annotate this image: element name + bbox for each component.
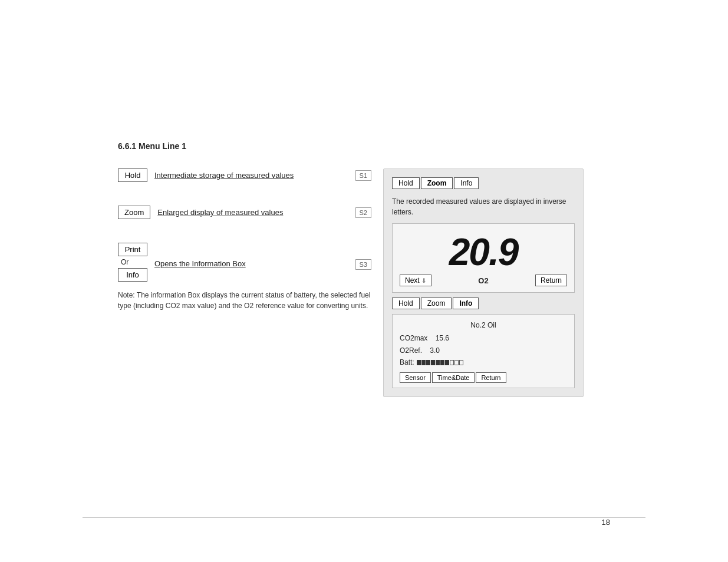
panel-description: The recorded measured values are display… <box>392 196 575 217</box>
info-line1: No.2 Oil <box>400 319 567 331</box>
bat-5 <box>436 360 440 365</box>
display-box: 20.9 Next ⇩ O2 Return <box>392 223 575 293</box>
return-btn-2[interactable]: Return <box>476 372 506 383</box>
batt-key: Batt: <box>400 356 414 368</box>
note-text: Note: The information Box displays the c… <box>118 290 371 311</box>
panel-info-btn-2[interactable]: Info <box>453 297 479 309</box>
bat-3 <box>426 360 430 365</box>
zoom-button-1[interactable]: Zoom <box>118 206 150 219</box>
nav-center-label: O2 <box>478 276 488 285</box>
timedate-btn[interactable]: Time&Date <box>432 372 475 383</box>
info-line-o2ref: O2Ref. 3.0 <box>400 345 567 356</box>
panel-hold-btn-1[interactable]: Hold <box>392 177 420 189</box>
bottom-divider <box>83 517 645 518</box>
bat-9-empty <box>454 360 459 365</box>
panel-menu-bar-2: Hold Zoom Info <box>392 297 575 309</box>
row-zoom: Zoom Enlarged display of measured values… <box>118 206 371 219</box>
bat-2 <box>421 360 426 365</box>
display-nav-bar: Next ⇩ O2 Return <box>400 275 567 286</box>
info-line-batt: Batt: <box>400 356 567 368</box>
print-button[interactable]: Print <box>118 243 147 256</box>
panel-menu-bar-1: Hold Zoom Info <box>392 177 575 189</box>
sensor-btn[interactable]: Sensor <box>400 372 431 383</box>
zoom-description: Enlarged display of measured values <box>157 208 283 217</box>
info-description: Opens the Information Box <box>154 259 246 268</box>
page-number: 18 <box>602 518 610 527</box>
info-line-co2: CO2max 15.6 <box>400 332 567 344</box>
s2-badge: S2 <box>355 207 371 218</box>
or-label: Or <box>118 258 147 266</box>
info-button[interactable]: Info <box>118 268 147 282</box>
next-btn[interactable]: Next ⇩ <box>400 275 431 286</box>
info-box: No.2 Oil CO2max 15.6 O2Ref. 3.0 Batt: <box>392 314 575 388</box>
bat-6 <box>440 360 444 365</box>
right-panel: Hold Zoom Info The recorded measured val… <box>383 168 584 397</box>
co2max-key: CO2max <box>400 334 427 342</box>
battery-bar <box>417 360 463 365</box>
down-arrow-icon: ⇩ <box>421 277 426 284</box>
section-title: 6.6.1 Menu Line 1 <box>118 141 601 151</box>
panel-zoom-btn-1[interactable]: Zoom <box>421 177 453 189</box>
info-nav-bar: Sensor Time&Date Return <box>400 372 567 383</box>
o2ref-val: 3.0 <box>430 346 440 355</box>
o2ref-key: O2Ref. <box>400 346 422 355</box>
return-btn-1[interactable]: Return <box>535 275 567 286</box>
s1-badge: S1 <box>355 170 371 181</box>
panel-hold-btn-2[interactable]: Hold <box>392 297 420 309</box>
bat-7 <box>445 360 449 365</box>
bat-10-empty <box>459 360 463 365</box>
row-hold: Hold Intermediate storage of measured va… <box>118 168 371 182</box>
s3-badge: S3 <box>355 259 371 270</box>
bat-8-empty <box>450 360 454 365</box>
bat-1 <box>417 360 421 365</box>
hold-button-1[interactable]: Hold <box>118 168 147 182</box>
panel-info-btn-1[interactable]: Info <box>454 177 479 189</box>
next-label: Next <box>405 276 420 285</box>
co2max-val: 15.6 <box>436 334 449 342</box>
print-or-info-group: Print Or Info <box>118 243 147 282</box>
hold-description: Intermediate storage of measured values <box>154 171 294 180</box>
big-value: 20.9 <box>400 233 567 271</box>
bat-4 <box>431 360 435 365</box>
panel-zoom-btn-2[interactable]: Zoom <box>421 297 452 309</box>
